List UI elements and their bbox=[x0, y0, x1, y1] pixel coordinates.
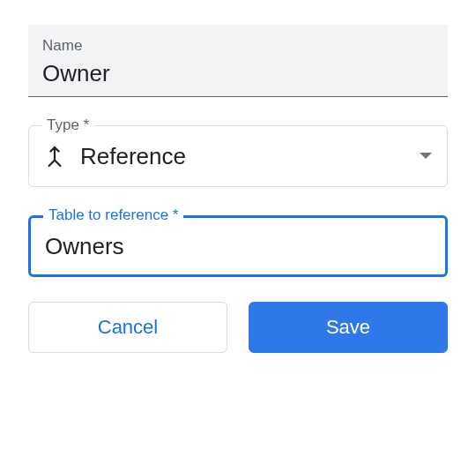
name-field[interactable]: Name Owner bbox=[28, 25, 448, 97]
cancel-button[interactable]: Cancel bbox=[28, 302, 227, 353]
table-reference-value: Owners bbox=[45, 233, 431, 260]
name-value: Owner bbox=[42, 60, 434, 87]
type-value: Reference bbox=[80, 143, 419, 170]
name-label: Name bbox=[42, 37, 434, 55]
table-reference-label: Table to reference * bbox=[43, 206, 183, 224]
type-select[interactable]: Type * Reference bbox=[28, 125, 448, 187]
column-settings-dialog: Name Owner Type * Reference Table to ref… bbox=[0, 0, 476, 378]
table-reference-select[interactable]: Table to reference * Owners bbox=[28, 215, 448, 277]
dialog-actions: Cancel Save bbox=[28, 302, 448, 353]
type-label: Type * bbox=[41, 116, 94, 134]
merge-icon bbox=[43, 145, 66, 168]
chevron-down-icon bbox=[419, 152, 433, 161]
save-button-label: Save bbox=[326, 316, 370, 339]
save-button[interactable]: Save bbox=[249, 302, 448, 353]
cancel-button-label: Cancel bbox=[98, 316, 158, 339]
